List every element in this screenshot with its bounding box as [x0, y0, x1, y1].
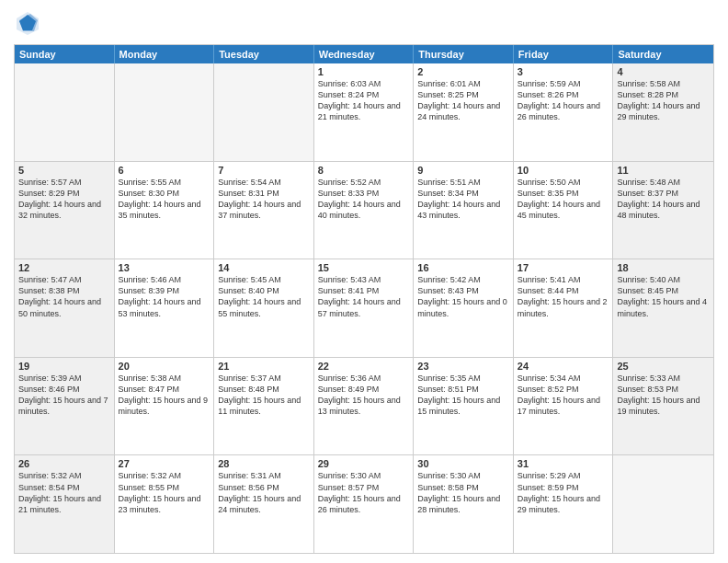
day-number: 14	[218, 262, 310, 273]
header	[14, 9, 714, 37]
day-number: 6	[119, 165, 210, 176]
calendar-cell-empty	[15, 63, 115, 161]
cell-info: Sunrise: 5:39 AM Sunset: 8:46 PM Dayligh…	[18, 373, 110, 418]
day-number: 4	[617, 66, 710, 77]
day-number: 27	[119, 458, 210, 469]
calendar-cell-20: 20Sunrise: 5:38 AM Sunset: 8:47 PM Dayli…	[115, 358, 215, 455]
weekday-header-sunday: Sunday	[15, 45, 115, 63]
weekday-header-wednesday: Wednesday	[314, 45, 415, 63]
cell-info: Sunrise: 5:31 AM Sunset: 8:56 PM Dayligh…	[218, 470, 310, 515]
calendar-row-1: 5Sunrise: 5:57 AM Sunset: 8:29 PM Daylig…	[15, 161, 713, 259]
cell-info: Sunrise: 5:35 AM Sunset: 8:51 PM Dayligh…	[417, 373, 509, 418]
calendar-body: 1Sunrise: 6:03 AM Sunset: 8:24 PM Daylig…	[15, 63, 713, 553]
calendar-cell-31: 31Sunrise: 5:29 AM Sunset: 8:59 PM Dayli…	[514, 455, 614, 553]
cell-info: Sunrise: 5:37 AM Sunset: 8:48 PM Dayligh…	[218, 373, 310, 418]
calendar-cell-12: 12Sunrise: 5:47 AM Sunset: 8:38 PM Dayli…	[15, 259, 115, 357]
calendar-cell-16: 16Sunrise: 5:42 AM Sunset: 8:43 PM Dayli…	[414, 259, 514, 357]
cell-info: Sunrise: 5:52 AM Sunset: 8:33 PM Dayligh…	[318, 177, 410, 222]
calendar-cell-empty	[214, 63, 314, 161]
cell-info: Sunrise: 5:29 AM Sunset: 8:59 PM Dayligh…	[518, 470, 609, 515]
cell-info: Sunrise: 5:58 AM Sunset: 8:28 PM Dayligh…	[617, 78, 710, 123]
calendar-row-2: 12Sunrise: 5:47 AM Sunset: 8:38 PM Dayli…	[15, 259, 713, 357]
weekday-header-tuesday: Tuesday	[214, 45, 314, 63]
day-number: 8	[318, 165, 410, 176]
cell-info: Sunrise: 5:55 AM Sunset: 8:30 PM Dayligh…	[119, 177, 210, 222]
day-number: 15	[318, 262, 410, 273]
calendar-cell-empty	[613, 455, 713, 553]
day-number: 18	[617, 262, 710, 273]
cell-info: Sunrise: 5:32 AM Sunset: 8:54 PM Dayligh…	[18, 470, 110, 515]
cell-info: Sunrise: 5:32 AM Sunset: 8:55 PM Dayligh…	[119, 470, 210, 515]
day-number: 28	[218, 458, 310, 469]
day-number: 12	[18, 262, 110, 273]
calendar-cell-empty	[115, 63, 215, 161]
calendar-cell-28: 28Sunrise: 5:31 AM Sunset: 8:56 PM Dayli…	[214, 455, 314, 553]
cell-info: Sunrise: 5:51 AM Sunset: 8:34 PM Dayligh…	[417, 177, 509, 222]
calendar-cell-15: 15Sunrise: 5:43 AM Sunset: 8:41 PM Dayli…	[314, 259, 415, 357]
calendar-header: SundayMondayTuesdayWednesdayThursdayFrid…	[15, 45, 713, 63]
day-number: 20	[119, 361, 210, 372]
weekday-header-monday: Monday	[115, 45, 215, 63]
calendar-cell-10: 10Sunrise: 5:50 AM Sunset: 8:35 PM Dayli…	[514, 162, 614, 259]
day-number: 22	[318, 361, 410, 372]
calendar-cell-22: 22Sunrise: 5:36 AM Sunset: 8:49 PM Dayli…	[314, 358, 415, 455]
calendar-row-0: 1Sunrise: 6:03 AM Sunset: 8:24 PM Daylig…	[15, 63, 713, 161]
calendar-cell-30: 30Sunrise: 5:30 AM Sunset: 8:58 PM Dayli…	[414, 455, 514, 553]
day-number: 1	[318, 66, 410, 77]
day-number: 24	[518, 361, 609, 372]
day-number: 13	[119, 262, 210, 273]
calendar-cell-21: 21Sunrise: 5:37 AM Sunset: 8:48 PM Dayli…	[214, 358, 314, 455]
calendar-cell-24: 24Sunrise: 5:34 AM Sunset: 8:52 PM Dayli…	[514, 358, 614, 455]
cell-info: Sunrise: 6:01 AM Sunset: 8:25 PM Dayligh…	[417, 78, 509, 123]
cell-info: Sunrise: 5:45 AM Sunset: 8:40 PM Dayligh…	[218, 274, 310, 319]
calendar-cell-17: 17Sunrise: 5:41 AM Sunset: 8:44 PM Dayli…	[514, 259, 614, 357]
calendar-cell-3: 3Sunrise: 5:59 AM Sunset: 8:26 PM Daylig…	[514, 63, 614, 161]
day-number: 2	[417, 66, 509, 77]
cell-info: Sunrise: 5:47 AM Sunset: 8:38 PM Dayligh…	[18, 274, 110, 319]
page: SundayMondayTuesdayWednesdayThursdayFrid…	[0, 0, 728, 563]
cell-info: Sunrise: 5:43 AM Sunset: 8:41 PM Dayligh…	[318, 274, 410, 319]
day-number: 25	[617, 361, 710, 372]
calendar-cell-4: 4Sunrise: 5:58 AM Sunset: 8:28 PM Daylig…	[613, 63, 713, 161]
cell-info: Sunrise: 6:03 AM Sunset: 8:24 PM Dayligh…	[318, 78, 410, 123]
cell-info: Sunrise: 5:33 AM Sunset: 8:53 PM Dayligh…	[617, 373, 710, 418]
weekday-header-saturday: Saturday	[613, 45, 713, 63]
calendar-cell-19: 19Sunrise: 5:39 AM Sunset: 8:46 PM Dayli…	[15, 358, 115, 455]
day-number: 23	[417, 361, 509, 372]
cell-info: Sunrise: 5:30 AM Sunset: 8:57 PM Dayligh…	[318, 470, 410, 515]
weekday-header-friday: Friday	[514, 45, 614, 63]
cell-info: Sunrise: 5:38 AM Sunset: 8:47 PM Dayligh…	[119, 373, 210, 418]
day-number: 10	[518, 165, 609, 176]
day-number: 5	[18, 165, 110, 176]
cell-info: Sunrise: 5:46 AM Sunset: 8:39 PM Dayligh…	[119, 274, 210, 319]
calendar-cell-14: 14Sunrise: 5:45 AM Sunset: 8:40 PM Dayli…	[214, 259, 314, 357]
cell-info: Sunrise: 5:48 AM Sunset: 8:37 PM Dayligh…	[617, 177, 710, 222]
day-number: 29	[318, 458, 410, 469]
day-number: 16	[417, 262, 509, 273]
calendar-cell-1: 1Sunrise: 6:03 AM Sunset: 8:24 PM Daylig…	[314, 63, 415, 161]
calendar-cell-6: 6Sunrise: 5:55 AM Sunset: 8:30 PM Daylig…	[115, 162, 215, 259]
day-number: 31	[518, 458, 609, 469]
calendar-cell-26: 26Sunrise: 5:32 AM Sunset: 8:54 PM Dayli…	[15, 455, 115, 553]
calendar-cell-18: 18Sunrise: 5:40 AM Sunset: 8:45 PM Dayli…	[613, 259, 713, 357]
cell-info: Sunrise: 5:40 AM Sunset: 8:45 PM Dayligh…	[617, 274, 710, 319]
cell-info: Sunrise: 5:42 AM Sunset: 8:43 PM Dayligh…	[417, 274, 509, 319]
calendar-cell-23: 23Sunrise: 5:35 AM Sunset: 8:51 PM Dayli…	[414, 358, 514, 455]
cell-info: Sunrise: 5:59 AM Sunset: 8:26 PM Dayligh…	[518, 78, 609, 123]
calendar-row-4: 26Sunrise: 5:32 AM Sunset: 8:54 PM Dayli…	[15, 454, 713, 553]
calendar-cell-29: 29Sunrise: 5:30 AM Sunset: 8:57 PM Dayli…	[314, 455, 415, 553]
day-number: 30	[417, 458, 509, 469]
day-number: 9	[417, 165, 509, 176]
calendar-cell-7: 7Sunrise: 5:54 AM Sunset: 8:31 PM Daylig…	[214, 162, 314, 259]
day-number: 3	[518, 66, 609, 77]
day-number: 11	[617, 165, 710, 176]
calendar-cell-25: 25Sunrise: 5:33 AM Sunset: 8:53 PM Dayli…	[613, 358, 713, 455]
day-number: 17	[518, 262, 609, 273]
cell-info: Sunrise: 5:36 AM Sunset: 8:49 PM Dayligh…	[318, 373, 410, 418]
calendar-cell-2: 2Sunrise: 6:01 AM Sunset: 8:25 PM Daylig…	[414, 63, 514, 161]
logo	[14, 9, 45, 37]
day-number: 7	[218, 165, 310, 176]
cell-info: Sunrise: 5:57 AM Sunset: 8:29 PM Dayligh…	[18, 177, 110, 222]
calendar: SundayMondayTuesdayWednesdayThursdayFrid…	[14, 44, 714, 554]
day-number: 26	[18, 458, 110, 469]
